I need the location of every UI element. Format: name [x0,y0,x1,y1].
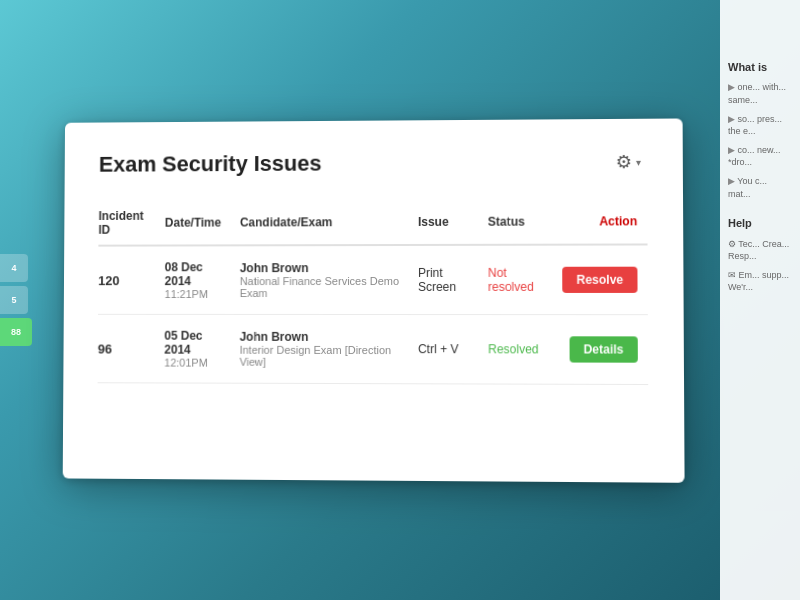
right-panel-help-item-2: ✉ Em... supp... We'r... [728,269,792,294]
table-row: 96 05 Dec 2014 12:01PM John Brown Interi… [98,314,649,384]
col-header-candidate-exam: Candidate/Exam [240,200,418,245]
left-tab-5[interactable]: 5 [0,286,28,314]
issue-cell: Ctrl + V [418,342,459,356]
card-header: Exam Security Issues ⚙ ▾ [99,149,647,178]
col-header-action: Action [562,199,648,245]
col-header-datetime: Date/Time [165,201,240,246]
time-cell: 12:01PM [164,357,229,369]
right-panel-section-title: What is [728,60,792,75]
chevron-down-icon: ▾ [636,156,641,167]
right-panel-help-title: Help [728,216,792,231]
time-cell: 11:21PM [165,288,230,300]
status-badge: Resolved [488,342,539,356]
left-tab-88[interactable]: 88 [0,318,32,346]
right-help-panel: What is one... with... same... so... pre… [720,0,800,600]
table-header-row: Incident ID Date/Time Candidate/Exam Iss… [98,199,647,246]
right-panel-item-1: one... with... same... [728,81,792,106]
incident-id-cell: 96 [98,341,112,356]
right-panel-item-2: so... pres... the e... [728,113,792,138]
gear-icon: ⚙ [616,151,632,173]
gear-settings-button[interactable]: ⚙ ▾ [609,149,647,175]
col-header-status: Status [488,199,562,244]
col-header-incident-id: Incident ID [98,201,165,246]
exam-name-cell: Interior Design Exam [Direction View] [239,344,407,368]
exam-name-cell: National Finance Services Demo Exam [240,275,408,299]
exam-security-card: Exam Security Issues ⚙ ▾ Incident ID Dat… [63,118,685,482]
date-cell: 05 Dec 2014 [164,329,229,357]
issue-cell: Print Screen [418,266,456,294]
left-tab-4[interactable]: 4 [0,254,28,282]
table-row: 120 08 Dec 2014 11:21PM John Brown Natio… [98,244,648,314]
right-panel-help-item-1: ⚙ Tec... Crea... Resp... [728,238,792,263]
date-cell: 08 Dec 2014 [165,260,230,288]
col-header-issue: Issue [418,200,488,245]
candidate-name-cell: John Brown [240,330,408,344]
status-badge: Not resolved [488,266,534,294]
details-button[interactable]: Details [569,336,638,362]
candidate-name-cell: John Brown [240,261,408,275]
right-panel-item-3: co... new... *dro... [728,144,792,169]
resolve-button[interactable]: Resolve [562,267,637,293]
page-title: Exam Security Issues [99,151,322,178]
left-sidebar-tabs: 4 5 88 [0,254,32,346]
issues-table: Incident ID Date/Time Candidate/Exam Iss… [98,199,649,385]
incident-id-cell: 120 [98,273,119,288]
right-panel-item-4: You c... mat... [728,175,792,200]
